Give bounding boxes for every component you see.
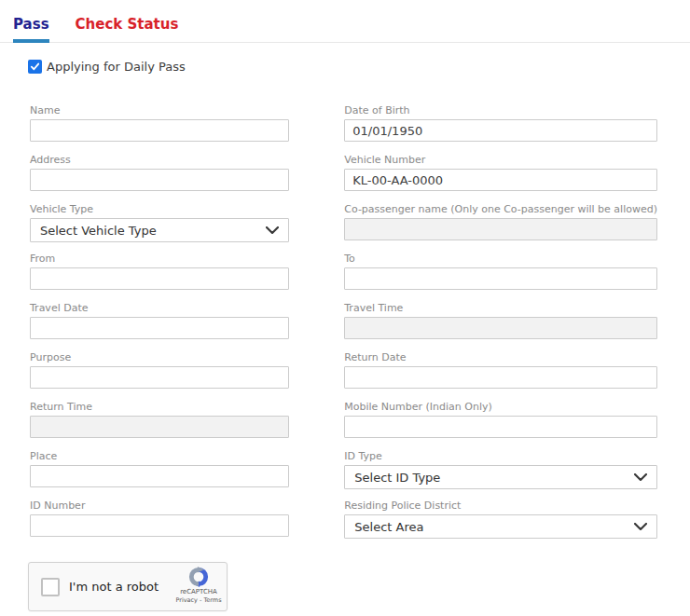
select-value-vehicle-type: Select Vehicle Type	[40, 224, 157, 238]
tab-pass-label: Pass	[13, 16, 49, 33]
field-label-return-date: Return Date	[344, 351, 657, 363]
field-date-of-birth: Date of Birth	[344, 104, 657, 154]
recaptcha-logo-text: reCAPTCHA	[180, 588, 217, 595]
input-address[interactable]	[30, 169, 289, 191]
recaptcha-label: I'm not a robot	[69, 580, 159, 594]
field-label-vehicle-type: Vehicle Type	[30, 203, 289, 215]
field-label-place: Place	[30, 450, 289, 462]
select-value-residing-police-district: Select Area	[354, 520, 423, 534]
tab-bar: Pass Check Status	[0, 0, 690, 42]
input-travel-time	[344, 317, 657, 339]
tab-header: Pass Check Status	[0, 0, 690, 43]
select-vehicle-type[interactable]: Select Vehicle Type	[30, 218, 289, 242]
field-label-address: Address	[30, 154, 289, 166]
field-label-name: Name	[30, 104, 289, 116]
field-travel-date: Travel Date	[30, 302, 289, 351]
daily-pass-row: Applying for Daily Pass	[28, 59, 690, 75]
field-label-return-time: Return Time	[30, 401, 289, 413]
recaptcha-checkbox[interactable]	[41, 578, 60, 596]
input-to[interactable]	[344, 267, 657, 290]
field-travel-time: Travel Time	[344, 302, 657, 351]
field-label-vehicle-number: Vehicle Number	[344, 154, 657, 166]
form-column-right: Date of BirthVehicle NumberCo-passenger …	[344, 104, 657, 549]
field-label-mobile-number: Mobile Number (Indian Only)	[344, 401, 657, 413]
pass-form: NameAddressVehicle TypeSelect Vehicle Ty…	[30, 104, 657, 549]
field-label-id-type: ID Type	[344, 450, 657, 462]
field-label-from: From	[30, 253, 289, 265]
field-label-to: To	[344, 253, 657, 265]
tab-check-status-label: Check Status	[76, 16, 179, 33]
input-purpose[interactable]	[30, 366, 289, 389]
field-to: To	[344, 253, 657, 302]
input-place[interactable]	[30, 465, 289, 487]
recaptcha-privacy-terms[interactable]: Privacy - Terms	[175, 596, 221, 604]
select-residing-police-district[interactable]: Select Area	[344, 514, 657, 539]
chevron-down-icon	[266, 226, 279, 234]
input-from[interactable]	[30, 267, 289, 290]
field-label-id-number: ID Number	[30, 500, 289, 512]
daily-pass-checkbox[interactable]	[28, 60, 42, 74]
field-label-travel-time: Travel Time	[344, 302, 657, 314]
field-id-number: ID Number	[30, 500, 289, 549]
chevron-down-icon	[634, 523, 647, 530]
field-place: Place	[30, 450, 289, 500]
daily-pass-label: Applying for Daily Pass	[47, 60, 186, 74]
input-id-number[interactable]	[30, 514, 289, 537]
active-tab-indicator	[13, 39, 49, 43]
tab-check-status[interactable]: Check Status	[76, 16, 179, 42]
field-name: Name	[30, 104, 289, 154]
field-mobile-number: Mobile Number (Indian Only)	[344, 401, 657, 450]
chevron-down-icon	[634, 473, 647, 481]
input-return-date[interactable]	[344, 366, 657, 389]
recaptcha-icon	[188, 567, 209, 587]
input-return-time	[30, 416, 289, 438]
field-co-passenger-name: Co-passenger name (Only one Co-passenger…	[344, 203, 657, 253]
field-from: From	[30, 253, 289, 302]
input-co-passenger-name	[344, 218, 657, 240]
field-residing-police-district: Residing Police DistrictSelect Area	[344, 500, 657, 549]
field-vehicle-type: Vehicle TypeSelect Vehicle Type	[30, 203, 289, 253]
field-return-time: Return Time	[30, 401, 289, 450]
field-return-date: Return Date	[344, 351, 657, 401]
field-label-residing-police-district: Residing Police District	[344, 500, 657, 512]
input-date-of-birth[interactable]	[344, 119, 657, 142]
select-value-id-type: Select ID Type	[354, 471, 440, 485]
input-travel-date[interactable]	[30, 317, 289, 339]
recaptcha-logo: reCAPTCHA Privacy - Terms	[176, 567, 221, 604]
field-label-travel-date: Travel Date	[30, 302, 289, 314]
input-vehicle-number[interactable]	[344, 169, 657, 191]
field-vehicle-number: Vehicle Number	[344, 154, 657, 203]
field-address: Address	[30, 154, 289, 203]
tab-pass[interactable]: Pass	[13, 16, 49, 42]
check-icon	[30, 62, 40, 72]
recaptcha-widget: I'm not a robot reCAPTCHA Privacy - Term…	[28, 562, 228, 611]
select-id-type[interactable]: Select ID Type	[344, 465, 657, 489]
field-label-co-passenger-name: Co-passenger name (Only one Co-passenger…	[344, 203, 657, 215]
input-name[interactable]	[30, 119, 289, 142]
field-purpose: Purpose	[30, 351, 289, 401]
field-id-type: ID TypeSelect ID Type	[344, 450, 657, 500]
field-label-purpose: Purpose	[30, 351, 289, 363]
field-label-date-of-birth: Date of Birth	[344, 104, 657, 116]
input-mobile-number[interactable]	[344, 416, 657, 438]
form-column-left: NameAddressVehicle TypeSelect Vehicle Ty…	[30, 104, 289, 549]
